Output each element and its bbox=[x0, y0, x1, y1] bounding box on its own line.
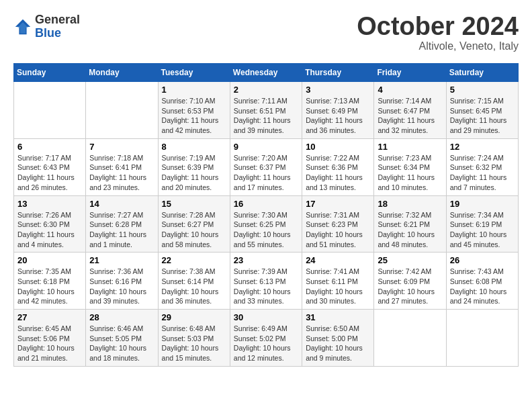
day-info: Sunrise: 7:27 AMSunset: 6:28 PMDaylight:… bbox=[89, 210, 154, 250]
day-number: 26 bbox=[450, 255, 515, 265]
calendar-cell: 16Sunrise: 7:30 AMSunset: 6:25 PMDayligh… bbox=[230, 195, 302, 253]
calendar-week: 13Sunrise: 7:26 AMSunset: 6:30 PMDayligh… bbox=[14, 195, 519, 253]
day-number: 16 bbox=[234, 199, 298, 209]
day-info: Sunrise: 7:42 AMSunset: 6:09 PMDaylight:… bbox=[378, 267, 442, 306]
calendar-cell: 18Sunrise: 7:32 AMSunset: 6:21 PMDayligh… bbox=[374, 195, 446, 253]
day-info: Sunrise: 6:48 AMSunset: 5:03 PMDaylight:… bbox=[162, 324, 226, 363]
day-number: 18 bbox=[378, 199, 442, 209]
calendar-week: 27Sunrise: 6:45 AMSunset: 5:06 PMDayligh… bbox=[14, 310, 519, 367]
logo-general: General bbox=[35, 13, 80, 27]
calendar-cell: 22Sunrise: 7:38 AMSunset: 6:14 PMDayligh… bbox=[158, 253, 230, 310]
day-info: Sunrise: 7:11 AMSunset: 6:51 PMDaylight:… bbox=[234, 96, 298, 136]
day-number: 7 bbox=[89, 142, 154, 152]
day-number: 10 bbox=[306, 142, 370, 152]
day-info: Sunrise: 7:15 AMSunset: 6:45 PMDaylight:… bbox=[450, 96, 515, 136]
day-number: 3 bbox=[306, 85, 370, 95]
day-number: 11 bbox=[378, 142, 442, 152]
day-info: Sunrise: 7:34 AMSunset: 6:19 PMDaylight:… bbox=[450, 210, 515, 250]
day-info: Sunrise: 7:20 AMSunset: 6:37 PMDaylight:… bbox=[234, 153, 298, 193]
day-info: Sunrise: 7:28 AMSunset: 6:27 PMDaylight:… bbox=[162, 210, 226, 250]
day-number: 4 bbox=[378, 85, 442, 95]
day-info: Sunrise: 7:32 AMSunset: 6:21 PMDaylight:… bbox=[378, 210, 442, 250]
day-info: Sunrise: 7:14 AMSunset: 6:47 PMDaylight:… bbox=[378, 96, 442, 136]
calendar-cell: 3Sunrise: 7:13 AMSunset: 6:49 PMDaylight… bbox=[302, 82, 374, 139]
day-number: 8 bbox=[162, 142, 226, 152]
day-info: Sunrise: 6:46 AMSunset: 5:05 PMDaylight:… bbox=[89, 324, 154, 363]
day-number: 12 bbox=[450, 142, 515, 152]
calendar-cell: 8Sunrise: 7:19 AMSunset: 6:39 PMDaylight… bbox=[158, 138, 230, 195]
day-info: Sunrise: 7:36 AMSunset: 6:16 PMDaylight:… bbox=[89, 267, 154, 306]
logo: General Blue bbox=[13, 13, 80, 40]
day-number: 31 bbox=[306, 312, 370, 322]
header-day: Monday bbox=[86, 64, 158, 82]
day-number: 21 bbox=[89, 255, 154, 265]
day-info: Sunrise: 7:38 AMSunset: 6:14 PMDaylight:… bbox=[162, 267, 226, 306]
day-info: Sunrise: 7:17 AMSunset: 6:43 PMDaylight:… bbox=[17, 153, 82, 193]
day-number: 25 bbox=[378, 255, 442, 265]
calendar-cell: 19Sunrise: 7:34 AMSunset: 6:19 PMDayligh… bbox=[446, 195, 518, 253]
day-number: 22 bbox=[162, 255, 226, 265]
day-info: Sunrise: 6:50 AMSunset: 5:00 PMDaylight:… bbox=[306, 324, 370, 363]
calendar-cell: 6Sunrise: 7:17 AMSunset: 6:43 PMDaylight… bbox=[14, 138, 86, 195]
calendar-cell: 17Sunrise: 7:31 AMSunset: 6:23 PMDayligh… bbox=[302, 195, 374, 253]
day-info: Sunrise: 6:49 AMSunset: 5:02 PMDaylight:… bbox=[234, 324, 298, 363]
page-header: General Blue October 2024 Altivole, Vene… bbox=[13, 13, 519, 52]
header-day: Tuesday bbox=[158, 64, 230, 82]
logo-blue: Blue bbox=[35, 27, 80, 40]
calendar-cell: 20Sunrise: 7:35 AMSunset: 6:18 PMDayligh… bbox=[14, 253, 86, 310]
calendar-cell: 7Sunrise: 7:18 AMSunset: 6:41 PMDaylight… bbox=[86, 138, 158, 195]
calendar-cell: 21Sunrise: 7:36 AMSunset: 6:16 PMDayligh… bbox=[86, 253, 158, 310]
header-row: SundayMondayTuesdayWednesdayThursdayFrid… bbox=[14, 64, 519, 82]
day-info: Sunrise: 7:13 AMSunset: 6:49 PMDaylight:… bbox=[306, 96, 370, 136]
day-info: Sunrise: 7:35 AMSunset: 6:18 PMDaylight:… bbox=[17, 267, 82, 306]
calendar-cell: 28Sunrise: 6:46 AMSunset: 5:05 PMDayligh… bbox=[86, 310, 158, 367]
calendar-cell: 2Sunrise: 7:11 AMSunset: 6:51 PMDaylight… bbox=[230, 82, 302, 139]
day-number: 20 bbox=[17, 255, 82, 265]
calendar-cell bbox=[86, 82, 158, 139]
day-info: Sunrise: 7:18 AMSunset: 6:41 PMDaylight:… bbox=[89, 153, 154, 193]
calendar-cell: 27Sunrise: 6:45 AMSunset: 5:06 PMDayligh… bbox=[14, 310, 86, 367]
location: Altivole, Veneto, Italy bbox=[357, 40, 519, 52]
day-info: Sunrise: 7:39 AMSunset: 6:13 PMDaylight:… bbox=[234, 267, 298, 306]
day-info: Sunrise: 7:24 AMSunset: 6:32 PMDaylight:… bbox=[450, 153, 515, 193]
logo-icon bbox=[13, 17, 32, 36]
header-day: Thursday bbox=[302, 64, 374, 82]
day-number: 9 bbox=[234, 142, 298, 152]
header-day: Saturday bbox=[446, 64, 518, 82]
day-info: Sunrise: 7:26 AMSunset: 6:30 PMDaylight:… bbox=[17, 210, 82, 250]
header-day: Wednesday bbox=[230, 64, 302, 82]
day-number: 29 bbox=[162, 312, 226, 322]
calendar-table: SundayMondayTuesdayWednesdayThursdayFrid… bbox=[13, 63, 519, 367]
header-day: Sunday bbox=[14, 64, 86, 82]
calendar-week: 6Sunrise: 7:17 AMSunset: 6:43 PMDaylight… bbox=[14, 138, 519, 195]
day-number: 15 bbox=[162, 199, 226, 209]
day-info: Sunrise: 7:31 AMSunset: 6:23 PMDaylight:… bbox=[306, 210, 370, 250]
day-number: 2 bbox=[234, 85, 298, 95]
calendar-cell bbox=[446, 310, 518, 367]
calendar-cell: 10Sunrise: 7:22 AMSunset: 6:36 PMDayligh… bbox=[302, 138, 374, 195]
day-number: 19 bbox=[450, 199, 515, 209]
calendar-cell bbox=[374, 310, 446, 367]
calendar-cell: 13Sunrise: 7:26 AMSunset: 6:30 PMDayligh… bbox=[14, 195, 86, 253]
calendar-cell: 23Sunrise: 7:39 AMSunset: 6:13 PMDayligh… bbox=[230, 253, 302, 310]
calendar-body: 1Sunrise: 7:10 AMSunset: 6:53 PMDaylight… bbox=[14, 82, 519, 367]
calendar-cell: 24Sunrise: 7:41 AMSunset: 6:11 PMDayligh… bbox=[302, 253, 374, 310]
calendar-cell: 14Sunrise: 7:27 AMSunset: 6:28 PMDayligh… bbox=[86, 195, 158, 253]
day-info: Sunrise: 7:10 AMSunset: 6:53 PMDaylight:… bbox=[162, 96, 226, 136]
day-number: 27 bbox=[17, 312, 82, 322]
day-number: 24 bbox=[306, 255, 370, 265]
day-number: 6 bbox=[17, 142, 82, 152]
calendar-cell: 5Sunrise: 7:15 AMSunset: 6:45 PMDaylight… bbox=[446, 82, 518, 139]
day-info: Sunrise: 7:23 AMSunset: 6:34 PMDaylight:… bbox=[378, 153, 442, 193]
calendar-cell bbox=[14, 82, 86, 139]
day-info: Sunrise: 7:41 AMSunset: 6:11 PMDaylight:… bbox=[306, 267, 370, 306]
month-title: October 2024 bbox=[357, 13, 519, 39]
calendar-cell: 9Sunrise: 7:20 AMSunset: 6:37 PMDaylight… bbox=[230, 138, 302, 195]
day-number: 23 bbox=[234, 255, 298, 265]
day-info: Sunrise: 7:19 AMSunset: 6:39 PMDaylight:… bbox=[162, 153, 226, 193]
calendar-cell: 31Sunrise: 6:50 AMSunset: 5:00 PMDayligh… bbox=[302, 310, 374, 367]
day-number: 14 bbox=[89, 199, 154, 209]
calendar-week: 20Sunrise: 7:35 AMSunset: 6:18 PMDayligh… bbox=[14, 253, 519, 310]
day-info: Sunrise: 6:45 AMSunset: 5:06 PMDaylight:… bbox=[17, 324, 82, 363]
calendar-cell: 30Sunrise: 6:49 AMSunset: 5:02 PMDayligh… bbox=[230, 310, 302, 367]
